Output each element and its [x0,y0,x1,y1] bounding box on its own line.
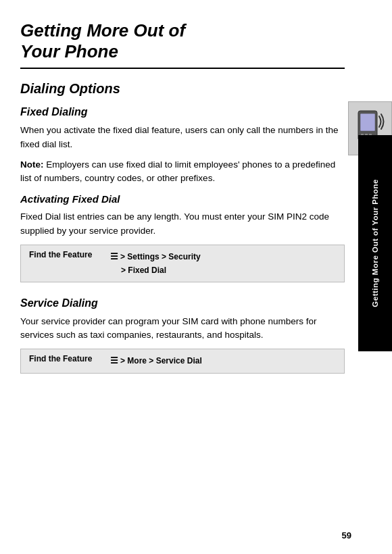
sidebar-tab-text: Getting More Out of Your Phone [371,179,379,307]
svg-rect-1 [360,114,375,131]
find-feature-box-2: Find the Feature ☰> More > Service Dial [20,349,345,374]
chapter-title: Getting More Out of Your Phone [20,20,345,62]
page-number: 59 [342,530,351,540]
divider [20,68,345,69]
note-text: Note: Employers can use fixed dial to li… [20,158,345,186]
note-body: Employers can use fixed dial to limit em… [20,159,335,183]
menu-icon-2: ☰ [110,355,118,366]
body-text-activating-content: Fixed Dial list entries can be any lengt… [20,211,329,235]
menu-icon-1: ☰ [110,251,118,261]
subsection-heading-activating: Activating Fixed Dial [20,193,345,205]
find-feature-path-line2: > Fixed Dial [121,266,166,275]
sidebar-tab: Getting More Out of Your Phone [358,135,392,351]
sub-heading-service-dialing-label: Service Dialing [20,297,98,309]
body-text-fixed-dialing: When you activate the fixed dial feature… [20,124,345,151]
section-heading-label: Dialing Options [20,81,120,96]
section-heading-dialing-options: Dialing Options [20,81,345,97]
body-text-service-dialing-content: Your service provider can program your S… [20,316,316,340]
sub-heading-fixed-dialing: Fixed Dialing [20,106,345,118]
find-feature-path-2-content: > More > Service Dial [120,356,202,366]
main-content: Getting More Out of Your Phone Dialing O… [20,20,351,374]
sub-heading-fixed-dialing-label: Fixed Dialing [20,106,88,118]
body-text-service-dialing: Your service provider can program your S… [20,315,345,343]
page-container: Getting More Out of Your Phone Dialing O… [0,0,392,554]
subsection-activating-label: Activating Fixed Dial [20,193,120,205]
chapter-title-line1: Getting More Out of [20,20,185,41]
body-text-fixed-dialing-content: When you activate the fixed dial feature… [20,125,339,149]
find-feature-label-2: Find the Feature [29,354,103,363]
find-feature-path-line1: > Settings > Security [120,252,201,261]
find-feature-box-1: Find the Feature ☰> Settings > Security … [20,245,345,282]
sub-heading-service-dialing: Service Dialing [20,297,345,309]
find-feature-path-1: ☰> Settings > Security > Fixed Dial [110,250,201,277]
note-label: Note: [20,159,44,170]
chapter-title-line2: Your Phone [20,41,118,61]
body-text-activating: Fixed Dial list entries can be any lengt… [20,210,345,238]
page-number-value: 59 [342,530,351,540]
find-feature-label-1: Find the Feature [29,250,103,259]
find-feature-path-2: ☰> More > Service Dial [110,354,202,368]
